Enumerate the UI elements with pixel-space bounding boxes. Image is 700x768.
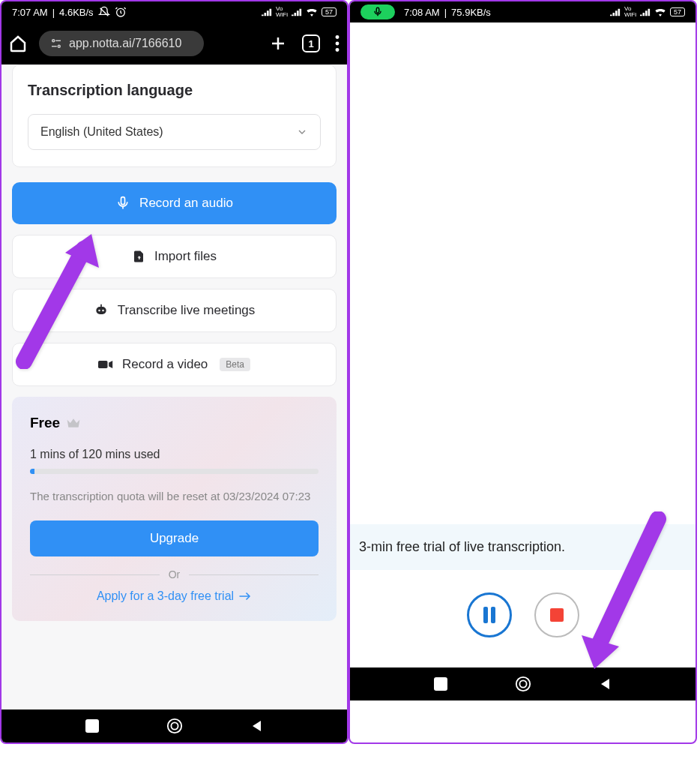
or-divider: Or [30, 568, 319, 580]
svg-point-20 [171, 722, 178, 729]
signal2-icon [640, 8, 651, 16]
recording-pill [360, 4, 395, 20]
stop-button[interactable] [534, 592, 579, 638]
record-video-button[interactable]: Record a video Beta [12, 343, 337, 386]
nav-recents-icon[interactable] [85, 719, 99, 733]
bot-icon [94, 304, 109, 317]
plan-card: Free 1 mins of 120 mins used The transcr… [12, 397, 337, 621]
svg-point-19 [167, 719, 181, 733]
wifi-icon [306, 8, 318, 16]
tab-count[interactable]: 1 [302, 34, 320, 52]
home-icon[interactable] [9, 34, 27, 52]
menu-icon[interactable] [335, 35, 340, 52]
svg-point-25 [516, 677, 529, 691]
file-icon [132, 250, 145, 263]
upgrade-button[interactable]: Upgrade [30, 520, 319, 556]
svg-point-14 [102, 310, 104, 312]
wifi-icon [654, 8, 666, 16]
status-bar: 7:07 AM | 4.6KB/s VoWiFi 57 [1, 2, 347, 22]
phone-left: 7:07 AM | 4.6KB/s VoWiFi 57 app.notta.ai… [0, 0, 349, 744]
svg-rect-22 [483, 607, 488, 623]
record-audio-button[interactable]: Record an audio [12, 182, 337, 224]
chevron-down-icon [296, 126, 308, 138]
newtab-icon[interactable] [269, 34, 287, 52]
svg-rect-21 [376, 8, 379, 13]
svg-rect-24 [434, 677, 447, 691]
stop-icon [550, 608, 564, 622]
vowifi-icon: VoWiFi [276, 6, 288, 18]
svg-rect-16 [98, 361, 108, 368]
battery-icon: 57 [670, 8, 685, 16]
signal-icon [610, 8, 621, 16]
svg-rect-18 [85, 719, 99, 733]
beta-badge: Beta [220, 358, 250, 371]
nav-home-icon[interactable] [515, 676, 531, 692]
svg-point-8 [336, 35, 340, 39]
url-bar[interactable]: app.notta.ai/7166610 [39, 31, 204, 56]
svg-point-10 [336, 48, 340, 52]
svg-rect-12 [96, 307, 106, 314]
pause-icon [482, 607, 497, 623]
plan-name: Free [30, 415, 60, 431]
svg-point-2 [52, 40, 55, 42]
recording-controls [350, 570, 696, 668]
svg-point-9 [336, 42, 340, 46]
arrow-right-icon [238, 591, 252, 602]
import-files-button[interactable]: Import files [12, 235, 337, 278]
signal2-icon [292, 8, 302, 16]
nav-back-icon[interactable] [250, 719, 264, 733]
usage-text: 1 mins of 120 mins used [30, 448, 319, 461]
status-bar: 7:08 AM | 75.9KB/s VoWiFi 57 [350, 2, 696, 22]
language-title: Transcription language [28, 82, 321, 99]
language-value: English (United States) [40, 125, 163, 139]
free-trial-link[interactable]: Apply for a 3-day free trial [30, 590, 319, 603]
alarm-icon [115, 6, 127, 18]
video-icon [98, 358, 113, 370]
mic-icon [115, 196, 130, 211]
site-settings-icon [49, 37, 63, 50]
browser-bar: app.notta.ai/7166610 1 [1, 22, 347, 64]
status-speed: 4.6KB/s [59, 7, 94, 18]
svg-point-26 [519, 680, 526, 687]
usage-progress [30, 469, 319, 474]
mic-icon [372, 7, 383, 17]
phone-right: 7:08 AM | 75.9KB/s VoWiFi 57 3-min free … [349, 0, 697, 744]
pause-button[interactable] [467, 592, 512, 638]
nav-recents-icon[interactable] [434, 677, 447, 691]
trial-banner: 3-min free trial of live transcription. [350, 524, 696, 570]
recording-screen: 3-min free trial of live transcription. [350, 22, 696, 668]
svg-point-13 [98, 310, 100, 312]
vowifi-icon: VoWiFi [624, 6, 636, 18]
status-speed: 75.9KB/s [451, 7, 491, 18]
transcribe-meetings-button[interactable]: Transcribe live meetings [12, 289, 337, 332]
signal-icon [262, 8, 272, 16]
nav-home-icon[interactable] [166, 718, 183, 734]
nav-back-icon[interactable] [599, 677, 612, 691]
svg-point-4 [58, 45, 60, 47]
dnd-icon [98, 6, 110, 18]
android-nav [350, 668, 696, 700]
battery-icon: 57 [322, 8, 337, 16]
reset-text: The transcription quota will be reset at… [30, 488, 319, 506]
language-select[interactable]: English (United States) [28, 114, 321, 150]
main-content: Transcription language English (United S… [1, 64, 347, 710]
crown-icon [66, 417, 81, 429]
url-text: app.notta.ai/7166610 [69, 37, 181, 50]
svg-rect-11 [121, 197, 125, 205]
svg-rect-23 [491, 607, 495, 623]
status-time: 7:08 AM [404, 7, 440, 18]
language-card: Transcription language English (United S… [12, 64, 337, 167]
android-nav [1, 710, 347, 742]
status-time: 7:07 AM [12, 7, 48, 18]
